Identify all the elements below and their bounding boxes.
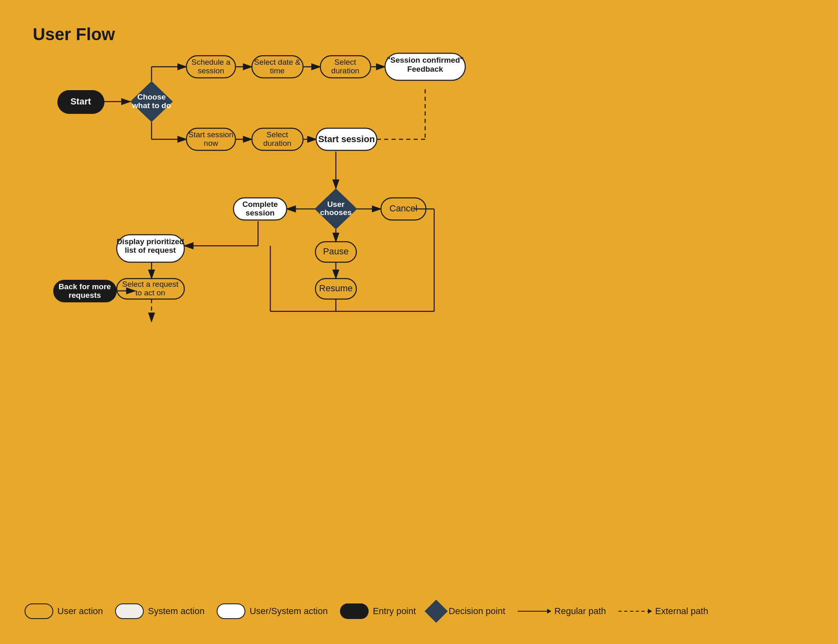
legend-usersys-label: User/System action	[249, 606, 328, 617]
legend-system-action: System action	[115, 603, 204, 619]
complete-label-1: Complete	[242, 200, 278, 209]
legend-entry-label: Entry point	[373, 606, 416, 617]
legend-regular-path: Regular path	[518, 606, 606, 617]
start-now-label-1: Start session	[188, 130, 233, 139]
legend-regular-label: Regular path	[555, 606, 606, 617]
start-session-label: Start session	[318, 134, 375, 144]
legend-usersys-shape	[217, 603, 245, 619]
legend-user-action: User action	[25, 603, 103, 619]
choose-label-1: Choose	[137, 93, 166, 101]
pause-label: Pause	[323, 246, 349, 256]
legend-decision-shape	[425, 600, 448, 623]
start-label: Start	[70, 96, 91, 107]
legend-user-label: User action	[57, 606, 103, 617]
legend-external-path: External path	[618, 606, 709, 617]
legend-decision-point: Decision point	[428, 603, 505, 619]
duration-bot-label-2: duration	[263, 139, 292, 147]
duration-bot-label-1: Select	[267, 130, 289, 139]
legend-external-line	[618, 611, 651, 612]
user-chooses-label-1: User	[327, 200, 345, 209]
legend-regular-line	[518, 611, 550, 612]
start-now-label-2: now	[204, 139, 218, 147]
confirmed-label-1: "Session confirmed"	[387, 56, 464, 64]
cancel-label: Cancel	[390, 203, 417, 213]
legend-decision-label: Decision point	[448, 606, 505, 617]
legend-external-label: External path	[655, 606, 709, 617]
legend-entry-point: Entry point	[340, 603, 416, 619]
display-label-2: list of request	[125, 246, 176, 254]
datetime-label-2: time	[270, 66, 285, 75]
select-req-label-1: Select a request	[122, 280, 179, 288]
complete-label-2: session	[246, 209, 275, 217]
legend-user-shape	[25, 603, 53, 619]
back-label-1: Back for more	[59, 282, 111, 291]
duration-top-label-2: duration	[331, 66, 360, 75]
back-label-2: requests	[68, 291, 101, 299]
confirmed-label-2: Feedback	[407, 65, 443, 73]
resume-label: Resume	[319, 283, 353, 293]
choose-label-2: what to do	[132, 101, 171, 110]
display-label-1: Display prioritized	[117, 237, 184, 246]
legend-usersys-action: User/System action	[217, 603, 328, 619]
legend: User action System action User/System ac…	[25, 603, 708, 619]
legend-system-label: System action	[148, 606, 204, 617]
legend-system-shape	[115, 603, 144, 619]
schedule-label-2: session	[198, 66, 224, 75]
user-chooses-label-2: chooses	[320, 208, 351, 217]
select-req-label-2: to act on	[136, 288, 165, 297]
schedule-label-1: Schedule a	[191, 58, 231, 66]
datetime-label-1: Select date &	[254, 58, 300, 66]
legend-entry-shape	[340, 603, 369, 619]
duration-top-label-1: Select	[335, 58, 357, 66]
